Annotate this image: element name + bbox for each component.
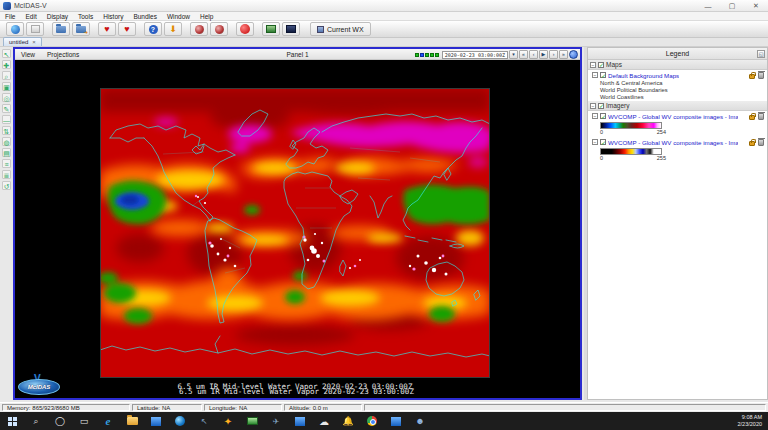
side-tool-icon-11[interactable]: ≡ [2, 159, 11, 168]
default-maps-link[interactable]: Default Background Maps [608, 72, 679, 79]
stop-loads-button[interactable] [236, 22, 254, 36]
wvcomp2-link[interactable]: WVCOMP - Global WV composite images - Im… [608, 139, 738, 146]
trash-icon[interactable] [758, 139, 764, 146]
timestamp-dropdown-button[interactable]: ▾ [509, 50, 518, 59]
edge-button[interactable]: e [96, 412, 120, 430]
window-app-button[interactable] [288, 412, 312, 430]
panel-menu-view[interactable]: View [15, 51, 41, 58]
step-forward-button[interactable]: › [549, 50, 558, 59]
collapse-icon[interactable]: − [592, 139, 598, 145]
pointer-app-button[interactable]: ↖ [192, 412, 216, 430]
trash-icon[interactable] [758, 72, 764, 79]
notifications-button[interactable]: 🔔 [336, 412, 360, 430]
wvcomp1-checkbox[interactable] [600, 113, 606, 119]
menu-display[interactable]: Display [42, 12, 73, 21]
legend-item-default-maps[interactable]: − Default Background Maps [588, 70, 767, 80]
undock-legend-icon[interactable]: ◱ [757, 50, 765, 58]
contacts-button[interactable]: ☻ [408, 412, 432, 430]
wv-composite-map[interactable] [100, 88, 490, 378]
legend-group-imagery[interactable]: − Imagery [588, 101, 767, 111]
panel-menu-projections[interactable]: Projections [41, 51, 85, 58]
maps-checkbox[interactable] [598, 62, 604, 68]
tab-untitled[interactable]: untitled × [3, 37, 42, 46]
side-tool-icon-12[interactable]: ≣ [2, 170, 11, 179]
start-button[interactable] [0, 412, 24, 430]
collapse-icon[interactable]: − [592, 113, 598, 119]
menu-window[interactable]: Window [162, 12, 195, 21]
night-image-button[interactable] [282, 22, 300, 36]
trash-icon[interactable] [758, 113, 764, 120]
collapse-icon[interactable]: − [590, 62, 596, 68]
add-favorite-button[interactable]: ♥ [98, 22, 116, 36]
taskbar-clock[interactable]: 9:08 AM 2/23/2020 [738, 414, 768, 428]
chrome-button[interactable] [360, 412, 384, 430]
wvcomp1-colorbar[interactable] [600, 122, 662, 129]
file-explorer-button[interactable] [120, 412, 144, 430]
tab-close-icon[interactable]: × [32, 39, 36, 45]
app-window2-button[interactable] [384, 412, 408, 430]
first-frame-button[interactable]: « [519, 50, 528, 59]
menu-help[interactable]: Help [195, 12, 218, 21]
frame-square[interactable] [430, 53, 434, 57]
legend-item-wvcomp-1[interactable]: − WVCOMP - Global WV composite images - … [588, 111, 767, 121]
frame-square[interactable] [415, 53, 419, 57]
wvcomp1-link[interactable]: WVCOMP - Global WV composite images - Im… [608, 113, 738, 120]
help-button[interactable]: ? [144, 22, 162, 36]
lock-icon[interactable] [749, 115, 755, 120]
legend-group-maps[interactable]: − Maps [588, 60, 767, 70]
menu-tools[interactable]: Tools [73, 12, 98, 21]
dock-button[interactable] [210, 22, 228, 36]
lock-icon[interactable] [749, 141, 755, 146]
wvcomp2-colorbar[interactable] [600, 148, 662, 155]
side-tool-icon-13[interactable]: ↺ [2, 181, 11, 190]
maximize-button[interactable]: ▢ [720, 0, 744, 12]
menu-file[interactable]: File [0, 12, 20, 21]
side-tool-icon-2[interactable]: ✚ [2, 60, 11, 69]
manage-favorites-button[interactable]: ♥ [118, 22, 136, 36]
map-viewport[interactable]: 6.5 um IR Mid-level Water Vapor 2020-02-… [15, 60, 580, 398]
globe-app-button[interactable] [168, 412, 192, 430]
minimize-button[interactable]: — [696, 0, 720, 12]
wvcomp2-checkbox[interactable] [600, 139, 606, 145]
background-image-button[interactable] [262, 22, 280, 36]
legend-item-wvcomp-2[interactable]: − WVCOMP - Global WV composite images - … [588, 137, 767, 147]
side-tool-icon-10[interactable]: ▤ [2, 148, 11, 157]
data-explorer-button[interactable] [6, 22, 24, 36]
collapse-icon[interactable]: − [590, 103, 596, 109]
current-wx-button[interactable]: Current WX [310, 22, 371, 36]
side-tool-icon-5[interactable]: ◎ [2, 93, 11, 102]
loop-properties-button[interactable] [569, 50, 578, 59]
collapse-icon[interactable]: − [592, 72, 598, 78]
frame-square-active[interactable] [420, 53, 424, 57]
imagery-checkbox[interactable] [598, 103, 604, 109]
cortana-button[interactable]: ◯ [48, 412, 72, 430]
menu-edit[interactable]: Edit [20, 12, 41, 21]
open-bundle-button[interactable] [52, 22, 70, 36]
default-maps-checkbox[interactable] [600, 72, 606, 78]
frame-square[interactable] [435, 53, 439, 57]
side-tool-icon-9[interactable]: ◍ [2, 137, 11, 146]
layer-controls-button[interactable] [26, 22, 44, 36]
search-button[interactable]: ⌕ [24, 412, 48, 430]
play-button[interactable]: ▶ [539, 50, 548, 59]
side-tool-icon-3[interactable]: ⌕ [2, 71, 11, 80]
save-bundle-button[interactable] [72, 22, 90, 36]
mcidas-taskbar-button[interactable]: ✦ [216, 412, 240, 430]
plane-app-button[interactable]: ✈ [264, 412, 288, 430]
timestamp-display[interactable]: 2020-02-23 03:00:00Z [442, 51, 508, 59]
last-frame-button[interactable]: » [559, 50, 568, 59]
frame-indicator[interactable] [415, 53, 439, 57]
undock-button[interactable] [190, 22, 208, 36]
side-tool-icon-4[interactable]: ▣ [2, 82, 11, 91]
frame-square[interactable] [425, 53, 429, 57]
lock-icon[interactable] [749, 74, 755, 79]
side-tool-icon-7[interactable]: — [2, 115, 11, 124]
weather-app-button[interactable]: ☁ [312, 412, 336, 430]
menu-bundles[interactable]: Bundles [128, 12, 162, 21]
install-plugin-button[interactable]: ⬇ [164, 22, 182, 36]
menu-history[interactable]: History [98, 12, 128, 21]
side-tool-icon-8[interactable]: ⇅ [2, 126, 11, 135]
image-app-button[interactable] [240, 412, 264, 430]
photos-button[interactable] [144, 412, 168, 430]
step-back-button[interactable]: ‹ [529, 50, 538, 59]
